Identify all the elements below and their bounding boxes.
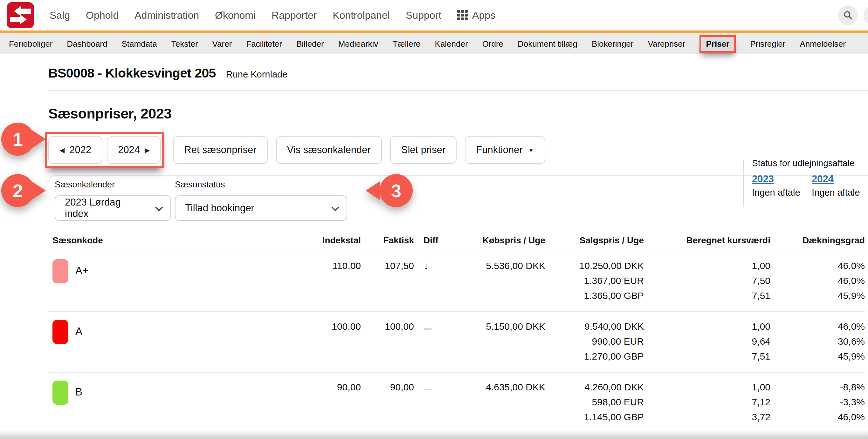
season-calendar-label: Sæsonkalender: [55, 180, 171, 190]
sales-price: 1.365,00 GBP: [545, 288, 644, 303]
chevron-down-icon: [331, 203, 339, 211]
purchase-price: 4.635,00 DKK: [452, 380, 545, 425]
subnav-item-billeder[interactable]: Billeder: [296, 39, 324, 49]
top-header: SalgOpholdAdministrationØkonomiRapporter…: [0, 0, 868, 31]
season-row-a[interactable]: A100,00100,005.150,00 DKK9.540,00 DKK990…: [48, 312, 865, 373]
next-year-button[interactable]: 2024 ▶: [107, 136, 161, 164]
diff-cell: [414, 380, 452, 425]
subnav-item-blokeringer[interactable]: Blokeringer: [592, 39, 634, 49]
rental-status-block: Status for udlejningsaftale 2023 Ingen a…: [752, 158, 868, 198]
title-divider: [48, 90, 868, 91]
nav-item-support[interactable]: Support: [406, 9, 441, 21]
no-change-dash-icon: [424, 328, 432, 330]
brand-logo-icon[interactable]: [6, 2, 34, 29]
purchase-price: 5.536,00 DKK: [452, 258, 545, 303]
season-calendar-select[interactable]: 2023 Lørdag index: [55, 195, 171, 221]
calculated-rate: 1,00: [644, 319, 770, 334]
actual-value: 90,00: [361, 380, 414, 425]
rental-status-year-link-2024[interactable]: 2024: [812, 173, 834, 185]
rental-status-value: Ingen aftale: [812, 188, 868, 198]
sales-price: 1.367,00 EUR: [545, 273, 644, 288]
next-year-label: 2024: [118, 144, 140, 156]
sales-price: 4.260,00 DKK: [545, 380, 644, 395]
season-status-label: Sæsonstatus: [175, 180, 347, 190]
page-content: BS0008 - Klokkesvinget 205 Rune Kornlade…: [0, 54, 868, 439]
filters: Sæsonkalender 2023 Lørdag index Sæsonsta…: [48, 180, 868, 221]
coverage-percent: 46,0%: [770, 273, 865, 288]
nav-item-apps[interactable]: Apps: [457, 9, 495, 21]
arrow-down-icon: ↓: [424, 260, 429, 272]
subnav-item-stamdata[interactable]: Stamdata: [122, 39, 157, 49]
rental-status-value: Ingen aftale: [752, 188, 812, 198]
sales-price: 598,00 EUR: [545, 395, 644, 409]
subnav-item-faciliteter[interactable]: Faciliteter: [246, 39, 282, 49]
subnav-item-anmeldelser[interactable]: Anmeldelser: [800, 39, 846, 49]
rental-status-year-link-2023[interactable]: 2023: [752, 173, 774, 185]
season-code-cell: B: [48, 380, 315, 425]
season-row-b[interactable]: B90,0090,004.635,00 DKK4.260,00 DKK598,0…: [48, 373, 865, 433]
subnav-item-t-llere[interactable]: Tællere: [392, 39, 420, 49]
nav-item-rapporter[interactable]: Rapporter: [272, 9, 317, 21]
chevron-down-icon: [155, 203, 163, 211]
nav-item-ophold[interactable]: Ophold: [86, 9, 119, 21]
calculated-rate-cell: 1,009,647,51: [644, 319, 770, 364]
coverage-percent: -3,3%: [770, 395, 865, 409]
season-status-select[interactable]: Tillad bookinger: [175, 195, 347, 221]
nav-item-salg[interactable]: Salg: [50, 9, 70, 21]
coverage-percent-cell: 46,0%46,0%45,9%: [770, 258, 865, 303]
nav-item-administration[interactable]: Administration: [134, 9, 199, 21]
toolbar: ◀ 2022 2024 ▶ Ret sæsonpriser Vis sæsonk…: [48, 136, 868, 164]
column-header-k-bspris-uge: Købspris / Uge: [452, 235, 545, 245]
section-heading: Sæsonpriser, 2023: [48, 105, 868, 122]
season-code-label: B: [75, 384, 82, 399]
season-color-swatch: [53, 380, 68, 405]
subnav-item-kalender[interactable]: Kalender: [435, 39, 468, 49]
subnav-item-prisregler[interactable]: Prisregler: [750, 39, 785, 49]
season-status-value: Tillad bookinger: [185, 202, 254, 214]
season-color-swatch: [53, 259, 68, 283]
column-header-diff: Diff: [414, 235, 452, 245]
subnav-item-dokument-till-g[interactable]: Dokument tillæg: [518, 39, 578, 49]
column-header-beregnet-kursv-rdi: Beregnet kursværdi: [644, 235, 770, 245]
subnav-item-varepriser[interactable]: Varepriser: [648, 39, 685, 49]
nav-item--konomi[interactable]: Økonomi: [215, 9, 256, 21]
functions-dropdown-button[interactable]: Funktioner ▼: [465, 136, 545, 164]
calculated-rate-cell: 1,007,123,72: [644, 380, 770, 425]
subnav-item-ordre[interactable]: Ordre: [482, 39, 503, 49]
subnav-item-priser-active[interactable]: Priser: [700, 35, 736, 53]
subnav-item-varer[interactable]: Varer: [212, 39, 232, 49]
index-value: 90,00: [315, 380, 361, 425]
header-secondary-button[interactable]: [864, 5, 868, 25]
prev-year-button[interactable]: ◀ 2022: [48, 136, 102, 164]
purchase-price: 5.150,00 DKK: [452, 319, 545, 364]
coverage-percent: -8,8%: [770, 380, 865, 395]
calculated-rate: 9,64: [644, 334, 770, 349]
index-value: 110,00: [315, 258, 361, 303]
delete-prices-button[interactable]: Slet priser: [390, 136, 457, 164]
sales-price-cell: 9.540,00 DKK990,00 EUR1.270,00 GBP: [545, 319, 644, 364]
owner-name: Rune Kornlade: [226, 69, 287, 80]
subnav-item-ferieboliger[interactable]: Ferieboliger: [9, 39, 53, 49]
sales-price: 1.270,00 GBP: [545, 349, 644, 364]
subnav-item-dashboard[interactable]: Dashboard: [67, 39, 107, 49]
calculated-rate: 7,51: [644, 288, 770, 303]
season-price-table: SæsonkodeIndekstalFaktiskDiffKøbspris / …: [48, 235, 865, 439]
diff-cell: [414, 319, 452, 364]
coverage-percent: 46,0%: [770, 258, 865, 273]
show-season-calendar-button[interactable]: Vis sæsonkalender: [276, 136, 382, 164]
search-button[interactable]: [838, 5, 858, 25]
subnav-item-tekster[interactable]: Tekster: [172, 39, 198, 49]
index-value: 100,00: [315, 319, 361, 364]
season-row-a-[interactable]: A+110,00107,50↓5.536,00 DKK10.250,00 DKK…: [48, 251, 865, 312]
sales-price: 1.145,00 GBP: [545, 409, 644, 425]
column-header-indekstal: Indekstal: [315, 235, 361, 245]
calculated-rate: 3,72: [644, 409, 770, 425]
nav-item-kontrolpanel[interactable]: Kontrolpanel: [333, 9, 390, 21]
subnav-item-mediearkiv[interactable]: Mediearkiv: [338, 39, 378, 49]
edit-season-prices-button[interactable]: Ret sæsonpriser: [173, 136, 268, 164]
prev-year-label: 2022: [69, 144, 91, 156]
calculated-rate: 7,12: [644, 395, 770, 409]
functions-label: Funktioner: [476, 144, 522, 156]
bottom-fade: [0, 430, 868, 439]
calculated-rate: 7,50: [644, 273, 770, 288]
